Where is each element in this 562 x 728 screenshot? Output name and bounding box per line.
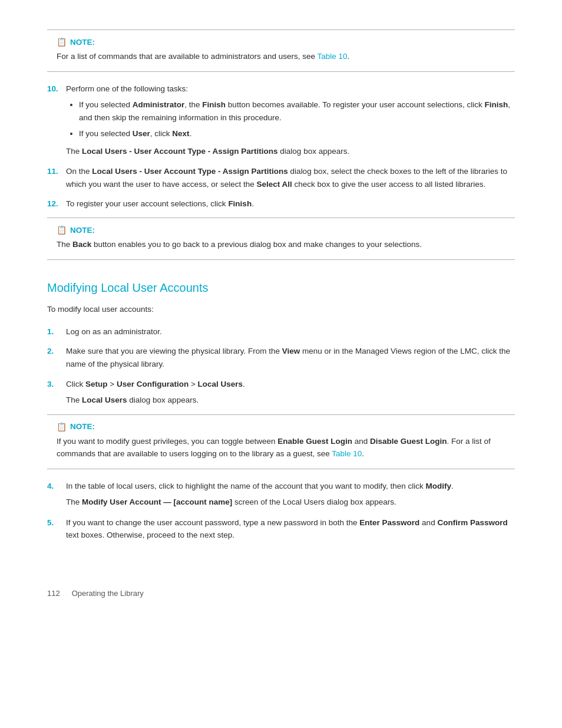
guest-note-text: If you want to modify guest privileges, …: [57, 435, 505, 460]
step-4: 4. In the table of local users, click to…: [47, 480, 515, 509]
step-10-bullet-1: If you selected Administrator, the Finis…: [79, 98, 515, 125]
step-4-number: 4.: [47, 480, 60, 509]
note-label-text: NOTE:: [70, 38, 95, 47]
step-11-content: On the Local Users - User Account Type -…: [66, 165, 515, 190]
step-1: 1. Log on as an administrator.: [47, 325, 515, 338]
step-12-number: 12.: [47, 197, 60, 210]
top-note-after: .: [348, 52, 350, 61]
step-5-number: 5.: [47, 516, 60, 542]
step-5: 5. If you want to change the user accoun…: [47, 516, 515, 542]
step-4-content: In the table of local users, click to hi…: [66, 480, 515, 509]
step-5-content: If you want to change the user account p…: [66, 516, 515, 542]
table10-link-top[interactable]: Table 10: [317, 52, 347, 61]
step-3-sub: The Local Users dialog box appears.: [66, 394, 515, 407]
page-content: 📋 NOTE: For a list of commands that are …: [0, 0, 562, 633]
step-2: 2. Make sure that you are viewing the ph…: [47, 345, 515, 370]
step-10: 10. Perform one of the following tasks: …: [47, 83, 515, 159]
back-note-box: 📋 NOTE: The Back button enables you to g…: [47, 218, 515, 260]
back-note-label: 📋 NOTE:: [57, 225, 505, 235]
step-3: 3. Click Setup > User Configuration > Lo…: [47, 378, 515, 407]
step-11-number: 11.: [47, 165, 60, 190]
back-note-icon: 📋: [57, 225, 67, 235]
back-note-label-text: NOTE:: [70, 226, 95, 235]
top-note-text: For a list of commands that are availabl…: [57, 50, 505, 63]
intro-text: To modify local user accounts:: [47, 303, 515, 316]
step-3-number: 3.: [47, 378, 60, 407]
step-1-content: Log on as an administrator.: [66, 325, 515, 338]
table10-link-guest[interactable]: Table 10: [332, 449, 362, 458]
step-10-bullet-2: If you selected User, click Next.: [79, 127, 515, 140]
step-10-sub: The Local Users - User Account Type - As…: [66, 145, 515, 158]
guest-note-label: 📋 NOTE:: [57, 422, 505, 431]
step-11: 11. On the Local Users - User Account Ty…: [47, 165, 515, 190]
step-12-content: To register your user account selections…: [66, 197, 515, 210]
top-note-body: For a list of commands that are availabl…: [57, 52, 317, 61]
step-10-number: 10.: [47, 83, 60, 159]
step-10-bullets: If you selected Administrator, the Finis…: [66, 98, 515, 140]
page-number: 112: [47, 589, 60, 598]
section-title: Modifying Local User Accounts: [47, 281, 515, 295]
guest-note-icon: 📋: [57, 422, 67, 431]
top-steps-list: 10. Perform one of the following tasks: …: [47, 83, 515, 210]
page-footer: 112 Operating the Library: [47, 589, 515, 598]
top-note-box: 📋 NOTE: For a list of commands that are …: [47, 29, 515, 72]
step-1-number: 1.: [47, 325, 60, 338]
guest-note-box: 📋 NOTE: If you want to modify guest priv…: [47, 414, 515, 469]
step-12: 12. To register your user account select…: [47, 197, 515, 210]
step-2-number: 2.: [47, 345, 60, 370]
guest-note-after: .: [362, 449, 364, 458]
section-steps-list: 1. Log on as an administrator. 2. Make s…: [47, 325, 515, 407]
step-10-content: Perform one of the following tasks: If y…: [66, 83, 515, 159]
note-icon: 📋: [57, 37, 67, 47]
step-2-content: Make sure that you are viewing the physi…: [66, 345, 515, 370]
step-4-sub: The Modify User Account — [account name]…: [66, 496, 515, 509]
top-note-label: 📋 NOTE:: [57, 37, 505, 47]
guest-note-label-text: NOTE:: [70, 422, 95, 431]
step-10-text: Perform one of the following tasks:: [66, 84, 188, 93]
back-note-text: The Back button enables you to go back t…: [57, 238, 505, 251]
step-3-content: Click Setup > User Configuration > Local…: [66, 378, 515, 407]
step-1-text: Log on as an administrator.: [66, 327, 162, 336]
footer-section-label: Operating the Library: [72, 589, 144, 598]
section-steps-list-2: 4. In the table of local users, click to…: [47, 480, 515, 542]
